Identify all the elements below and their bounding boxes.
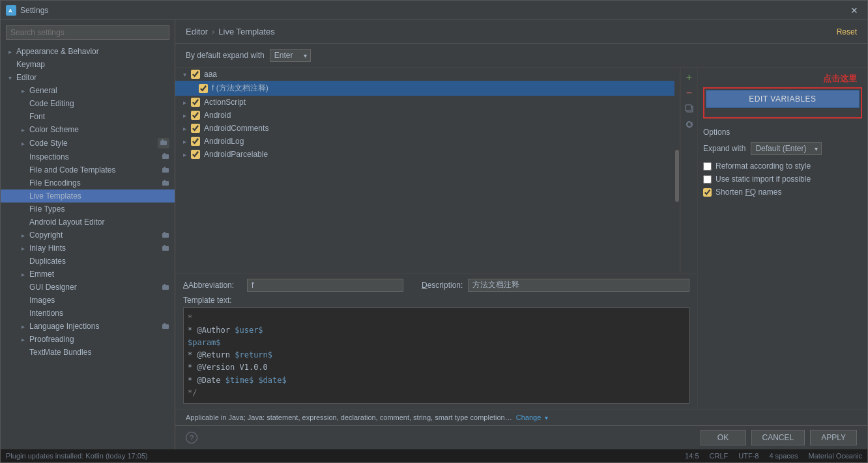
sidebar-item-keymap[interactable]: Keymap [1,58,175,71]
sidebar-item-file-types[interactable]: File Types [1,203,175,216]
tree-group-aaa[interactable]: aaa [175,68,680,81]
sidebar-item-file-code-templates[interactable]: File and Code Templates [1,163,175,176]
sidebar-item-file-encodings[interactable]: File Encodings [1,176,175,189]
sidebar-item-gui-designer[interactable]: GUI Designer [1,281,175,294]
sidebar-item-appearance[interactable]: Appearance & Behavior [1,45,175,58]
sidebar-label: Intentions [29,309,63,318]
cancel-button[interactable]: CANCEL [751,430,805,445]
tree-group-androidcomments[interactable]: AndroidComments [175,122,680,135]
svg-rect-7 [164,167,166,169]
svg-rect-11 [164,232,166,234]
sidebar-item-code-editing[interactable]: Code Editing [1,97,175,110]
sidebar-label: Copyright [29,231,63,240]
androidlog-checkbox[interactable] [191,137,200,146]
sidebar-label: Font [29,112,45,121]
tree-group-androidparcelable[interactable]: AndroidParcelable [175,148,680,161]
help-button[interactable]: ? [186,432,197,443]
sidebar-item-emmet[interactable]: Emmet [1,268,175,281]
close-button[interactable]: ✕ [846,4,862,17]
edit-variables-button[interactable]: EDIT VARIABLES [706,90,860,108]
search-input[interactable] [6,25,169,40]
description-input[interactable] [468,279,689,292]
tree-group-actionscript[interactable]: ActionScript [175,96,680,109]
chevron-icon [181,111,188,119]
sidebar-item-images[interactable]: Images [1,294,175,307]
option-reformat: Reformat according to style [703,161,862,171]
badge-icon [162,152,169,161]
sidebar-label: File Types [29,204,65,214]
sidebar-label: Code Style [29,139,68,148]
tree-group-android[interactable]: Android [175,109,680,122]
actionscript-checkbox[interactable] [191,98,200,107]
sidebar-item-android-layout[interactable]: Android Layout Editor [1,216,175,229]
expand-select[interactable]: Enter Tab Space [270,49,311,62]
crlf-indicator: CRLF [710,452,729,460]
aaa-label: aaa [204,70,217,79]
sidebar-item-inspections[interactable]: Inspections [1,150,175,163]
ok-button[interactable]: OK [701,430,746,445]
expand-with-options-select[interactable]: Default (Enter) Enter Tab Space [751,142,822,155]
change-link[interactable]: Change [516,414,542,421]
sidebar-label: Images [29,296,55,305]
sidebar-item-language-injections[interactable]: Language Injections [1,320,175,333]
settings-window: A Settings ✕ Appearance & Behavior Keyma… [0,0,868,463]
chevron-icon [19,126,27,133]
sidebar-item-textmate-bundles[interactable]: TextMate Bundles [1,346,175,359]
sidebar-item-code-style[interactable]: Code Style [1,136,175,150]
plugin-update-text: Plugin updates installed: Kotlin (today … [6,452,148,460]
apply-button[interactable]: APPLY [810,430,857,445]
f-checkbox[interactable] [199,84,208,93]
remove-template-button[interactable]: − [682,86,697,100]
shorten-fq-checkbox[interactable] [703,188,712,197]
reset-button[interactable]: Reset [837,27,857,36]
actionscript-label: ActionScript [204,98,246,107]
abbreviation-row: AAbbreviation: Description: [183,279,689,292]
sidebar-item-inlay-hints[interactable]: Inlay Hints [1,242,175,255]
reformat-checkbox[interactable] [703,162,712,171]
abbreviation-input[interactable] [247,279,403,292]
add-template-button[interactable]: + [682,70,697,85]
sidebar-item-font[interactable]: Font [1,110,175,123]
sidebar-label: Color Scheme [29,125,79,134]
applicable-bar: Applicable in Java; Java: statement, exp… [175,409,867,425]
chevron-icon [181,137,188,145]
tree-group-androidlog[interactable]: AndroidLog [175,135,680,148]
expand-bar: By default expand with Enter Tab Space [175,44,867,68]
chevron-icon [6,48,14,55]
expand-with-row: Expand with Default (Enter) Enter Tab Sp… [703,142,862,155]
breadcrumb-separator: › [212,27,214,36]
copy-template-button[interactable] [682,102,697,116]
tree-item-f[interactable]: f (方法文档注释) [175,81,680,96]
android-label: Android [204,111,231,120]
chevron-icon [19,335,27,343]
sidebar-item-proofreading[interactable]: Proofreading [1,333,175,346]
static-import-checkbox[interactable] [703,175,712,184]
androidcomments-checkbox[interactable] [191,124,200,133]
restore-template-button[interactable] [682,117,697,132]
chevron-icon [181,98,188,106]
sidebar-item-color-scheme[interactable]: Color Scheme [1,123,175,136]
badge-icon [162,179,169,187]
option-static-import: Use static import if possible [703,175,862,184]
template-code-area[interactable]: * * @Author $user$ $param$ * @Return $re… [183,307,689,404]
sidebar-item-editor[interactable]: Editor [1,71,175,84]
sidebar-item-live-templates[interactable]: Live Templates [1,189,175,203]
sidebar-item-general[interactable]: General [1,84,175,97]
sidebar-item-copyright[interactable]: Copyright [1,229,175,242]
breadcrumb: Editor › Live Templates [186,27,275,36]
androidparcelable-checkbox[interactable] [191,150,200,159]
sidebar-item-intentions[interactable]: Intentions [1,307,175,320]
sidebar-item-duplicates[interactable]: Duplicates [1,255,175,268]
main-header: Editor › Live Templates Reset [175,20,867,44]
reformat-label: Reformat according to style [716,161,811,171]
androidparcelable-label: AndroidParcelable [204,150,268,159]
sidebar: Appearance & Behavior Keymap Editor Gene… [1,20,175,449]
description-label: Description: [422,281,463,290]
edit-variables-highlight: EDIT VARIABLES [703,87,862,119]
code-line-6: * @Date $time$ $date$ [188,374,685,387]
android-checkbox[interactable] [191,111,200,120]
aaa-checkbox[interactable] [191,70,200,79]
badge-icon [162,283,169,291]
edit-fields: AAbbreviation: Description: Template tex… [175,273,697,409]
expand-with-label: By default expand with [186,51,265,60]
